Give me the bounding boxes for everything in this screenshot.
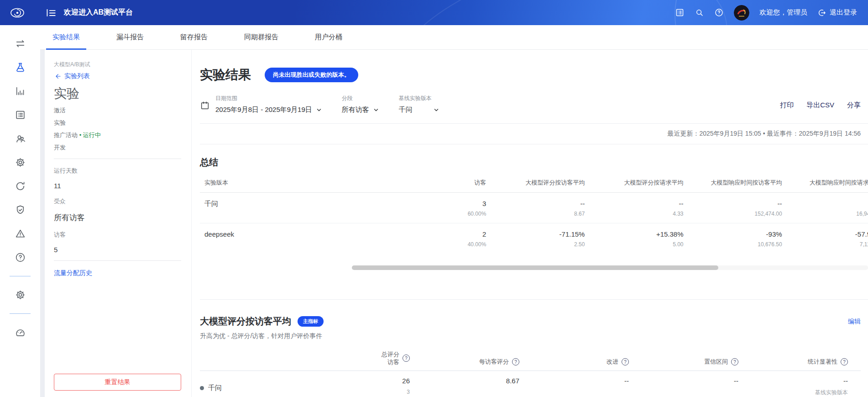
swap-arrows-icon [15, 38, 26, 49]
sidebar-item-sync[interactable] [15, 180, 26, 192]
help-circle-icon [15, 252, 26, 263]
user-greeting: 欢迎您，管理员 [759, 8, 807, 17]
primary-metric-section: 大模型评分按访客平均 主指标 编辑 升高为优 - 总评分/访客，针对用户评价事件… [200, 299, 868, 397]
sidebar-item-audiences[interactable] [15, 133, 26, 144]
menu-collapse-icon[interactable] [45, 7, 57, 19]
chevron-down-icon [316, 107, 322, 113]
question-mark-icon[interactable] [841, 358, 848, 365]
sidebar-item-help[interactable] [15, 252, 26, 263]
campaign-status-line: 推广活动 • 运行中 [54, 131, 181, 139]
audience-value: 所有访客 [54, 212, 181, 223]
panel-scrollbar[interactable] [40, 50, 45, 397]
sidebar-divider [10, 313, 31, 314]
results-main: 实验结果 尚未出现胜出或失败的版本。 日期范围 [192, 50, 868, 397]
table-row: 千问 360.00% --8.67 --4.33 --152,474.00 --… [200, 193, 868, 223]
segment-filter[interactable]: 分段 所有访客 [342, 95, 379, 114]
sidebar-item-forms[interactable] [15, 109, 26, 121]
tab-retention-report[interactable]: 留存报告 [174, 25, 214, 49]
experiment-type: 实验 [54, 119, 181, 127]
col-total-score: 总评分 访客 [300, 350, 410, 366]
list-form-icon [15, 109, 26, 121]
refresh-icon [15, 180, 26, 192]
icon-sidebar [0, 25, 40, 397]
metric-title: 大模型评分按访客平均 [200, 315, 291, 328]
app-title: 欢迎进入AB测试平台 [64, 8, 133, 17]
report-tabs: 实验结果 漏斗报告 留存报告 同期群报告 用户分桶 [40, 25, 868, 50]
edit-metric-link[interactable]: 编辑 [848, 318, 861, 326]
sidebar-item-experiments[interactable] [15, 62, 26, 73]
metric-table-header: 总评分 访客 每访客评分 改进 [200, 350, 861, 371]
horizontal-scrollbar[interactable] [352, 265, 868, 270]
environment-line: 开发 [54, 143, 181, 152]
experiment-activation: 激活 [54, 106, 181, 115]
sidebar-divider [10, 276, 31, 276]
status-dot: • [79, 132, 82, 138]
audience-label: 受众 [54, 197, 181, 206]
baseline-variant-filter[interactable]: 基线实验版本 千问 [399, 95, 439, 114]
calendar-icon [200, 101, 210, 111]
visitors-value: 5 [54, 246, 181, 254]
question-mark-icon[interactable] [622, 358, 629, 365]
tab-cohort-report[interactable]: 同期群报告 [238, 25, 285, 49]
bar-chart-icon [15, 85, 26, 97]
metric-row: 千问 263 8.67 -- -- --基线实验版本 [200, 371, 861, 397]
sidebar-item-reports[interactable] [15, 85, 26, 97]
app-root: 欢迎进入AB测试平台 [0, 0, 868, 397]
tab-funnel-report[interactable]: 漏斗报告 [110, 25, 150, 49]
scrollbar-thumb[interactable] [352, 265, 718, 270]
col-improvement: 改进 [519, 358, 629, 366]
running-days-value: 11 [54, 182, 181, 190]
flask-icon [15, 62, 26, 73]
question-mark-icon[interactable] [731, 358, 738, 365]
app-breadcrumb: 大模型A/B测试 [54, 61, 181, 69]
col-variant: 实验版本 [200, 178, 381, 193]
col-score-per-request: 大模型评分按请求平均 [585, 178, 683, 193]
segment-label: 分段 [342, 95, 379, 102]
reset-results-button[interactable]: 重置结果 [54, 374, 181, 391]
running-status: 运行中 [83, 132, 101, 138]
experiment-title: 实验 [54, 85, 181, 102]
col-latency-per-request: 大模型响应时间按请求平均 [782, 178, 868, 193]
logout-icon [817, 8, 826, 17]
col-score-per-visitor: 大模型评分按访客平均 [486, 178, 585, 193]
panel-divider [54, 260, 181, 261]
back-arrow-icon [54, 73, 61, 80]
page-title: 实验结果 [200, 66, 251, 84]
avatar[interactable] [734, 5, 749, 21]
users-icon [15, 133, 26, 144]
sidebar-item-alerts[interactable] [15, 228, 26, 239]
gear-icon [15, 289, 26, 301]
col-latency-per-visitor: 大模型响应时间按访客平均 [684, 178, 782, 193]
tab-experiment-results[interactable]: 实验结果 [46, 25, 86, 49]
tab-user-buckets[interactable]: 用户分桶 [309, 25, 349, 49]
print-button[interactable]: 打印 [780, 101, 794, 110]
share-button[interactable]: 分享 [847, 101, 861, 110]
question-mark-icon[interactable] [512, 358, 519, 365]
sidebar-item-swap[interactable] [15, 38, 26, 49]
search-icon[interactable] [695, 8, 704, 17]
last-updated-status: 最近更新：2025年9月19日 15:05 • 最近事件：2025年9月19日 … [200, 123, 868, 144]
panel-divider [54, 159, 181, 159]
sidebar-item-admin-settings[interactable] [15, 289, 26, 301]
sidebar-item-performance[interactable] [15, 327, 26, 338]
col-significance: 统计显著性 [738, 358, 848, 366]
metric-subtitle: 升高为优 - 总评分/访客，针对用户评价事件 [200, 332, 861, 340]
sidebar-item-security[interactable] [15, 204, 26, 216]
sidebar-item-settings[interactable] [15, 157, 26, 168]
question-mark-icon[interactable] [403, 355, 410, 362]
help-circle-icon[interactable] [714, 8, 724, 17]
chevron-down-icon [434, 107, 439, 113]
traffic-allocation-history-link[interactable]: 流量分配历史 [54, 269, 92, 277]
logo-eye-icon [9, 5, 26, 21]
date-range-filter[interactable]: 日期范围 2025年9月8日 - 2025年9月19日 [215, 95, 322, 114]
export-csv-button[interactable]: 导出CSV [806, 101, 834, 110]
summary-section-title: 总结 [200, 156, 868, 169]
back-to-experiment-list-link[interactable]: 实验列表 [54, 72, 181, 80]
date-range-label: 日期范围 [215, 95, 322, 102]
apps-grid-icon[interactable] [675, 8, 685, 17]
primary-metric-badge: 主指标 [298, 316, 324, 327]
baseline-variant-label: 基线实验版本 [399, 95, 439, 102]
logout-button[interactable]: 退出登录 [817, 8, 857, 17]
col-confidence-interval: 置信区间 [629, 358, 738, 366]
summary-table: 实验版本 访客 大模型评分按访客平均 大模型评分按请求平均 大模型响应时间按访客… [200, 178, 868, 254]
